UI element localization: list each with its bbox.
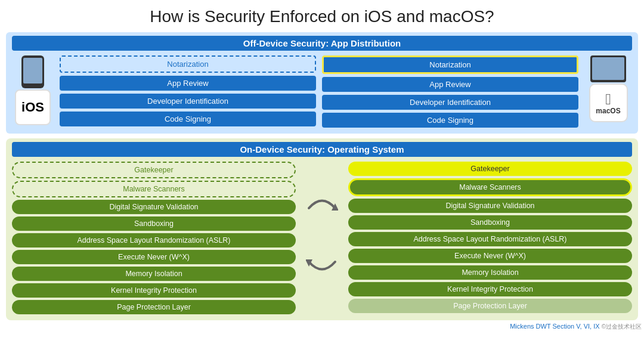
ios-bottom-item: Kernel Integrity Protection [12, 283, 296, 298]
macos-bottom-item: Gatekeeper [348, 162, 632, 176]
top-section: Off-Device Security: App Distribution iO… [6, 32, 638, 134]
ios-logo: iOS [12, 55, 54, 128]
macos-items-col: NotarizationApp ReviewDeveloper Identifi… [322, 55, 578, 128]
ios-bottom-item: Gatekeeper [12, 162, 296, 178]
macos-top-item: Developer Identification [322, 95, 578, 110]
ios-bottom-col: GatekeeperMalware ScannersDigital Signat… [12, 162, 296, 314]
macos-bottom-item: Sandboxing [348, 215, 632, 230]
macos-bottom-item: Memory Isolation [348, 265, 632, 280]
watermark: ©过金技术社区 [602, 323, 642, 330]
ios-top-item: Notarization [60, 55, 316, 73]
page-title: How is Security Enforced on iOS and macO… [0, 0, 644, 32]
ios-bottom-item: Memory Isolation [12, 267, 296, 281]
macos-monitor-icon [590, 55, 626, 82]
ios-bottom-item: Page Protection Layer [12, 300, 296, 314]
macos-bottom-item: Page Protection Layer [348, 299, 632, 313]
ios-badge: iOS [15, 89, 51, 125]
macos-top-item: App Review [322, 77, 578, 92]
footer: Mickens DWT Section V, VI, IX ©过金技术社区 [0, 323, 644, 331]
ios-bottom-item: Address Space Layout Randomization (ASLR… [12, 233, 296, 247]
ios-top-item: App Review [60, 76, 316, 91]
macos-top-item: Notarization [322, 55, 578, 74]
macos-badge:  macOS [589, 83, 628, 122]
apple-icon:  [605, 91, 611, 107]
bottom-section: On-Device Security: Operating System Gat… [6, 138, 638, 320]
macos-logo:  macOS [584, 55, 632, 128]
macos-bottom-item: Kernel Integrity Protection [348, 282, 632, 296]
ios-top-item: Developer Identification [60, 94, 316, 109]
macos-label: macOS [596, 107, 620, 115]
macos-bottom-item: Address Space Layout Randomization (ASLR… [348, 232, 632, 246]
cycle-arrows-icon [306, 190, 338, 286]
ios-phone-icon [21, 55, 44, 88]
ios-label: iOS [21, 100, 44, 115]
ios-top-item: Code Signing [60, 112, 316, 126]
macos-bottom-item: Malware Scanners [348, 178, 632, 196]
ios-bottom-item: Execute Never (W^X) [12, 250, 296, 264]
ios-items-col: NotarizationApp ReviewDeveloper Identifi… [60, 55, 316, 128]
ios-bottom-item: Digital Signature Validation [12, 200, 296, 214]
macos-bottom-item: Digital Signature Validation [348, 199, 632, 213]
citation: Mickens DWT Section V, VI, IX [510, 323, 599, 330]
ios-bottom-item: Malware Scanners [12, 181, 296, 197]
macos-bottom-col: GatekeeperMalware ScannersDigital Signat… [348, 162, 632, 314]
top-section-header: Off-Device Security: App Distribution [12, 36, 632, 51]
bottom-section-header: On-Device Security: Operating System [12, 142, 632, 157]
macos-bottom-item: Execute Never (W^X) [348, 249, 632, 263]
ios-bottom-item: Sandboxing [12, 216, 296, 231]
arrows-col [304, 162, 340, 314]
macos-top-item: Code Signing [322, 113, 578, 128]
